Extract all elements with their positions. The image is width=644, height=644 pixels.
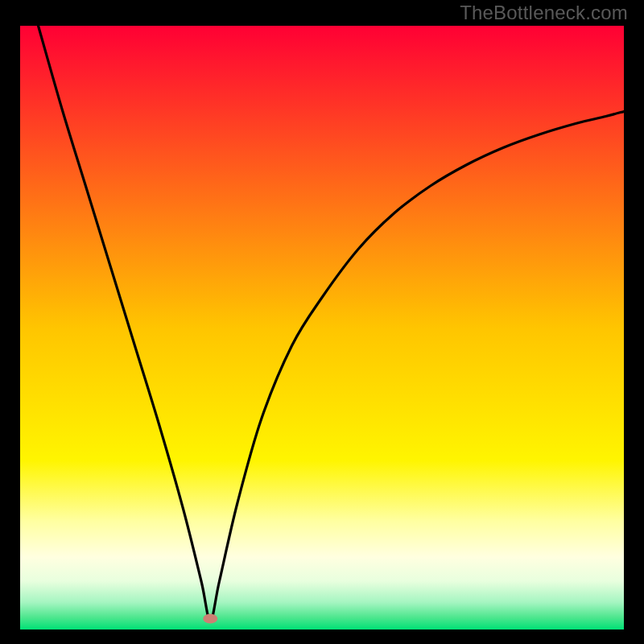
chart-stage: { "watermark": "TheBottleneck.com", "cha… [0, 0, 644, 644]
minimum-marker [203, 614, 217, 624]
chart-svg [0, 0, 644, 644]
plot-background [20, 26, 624, 630]
watermark: TheBottleneck.com [460, 2, 628, 24]
